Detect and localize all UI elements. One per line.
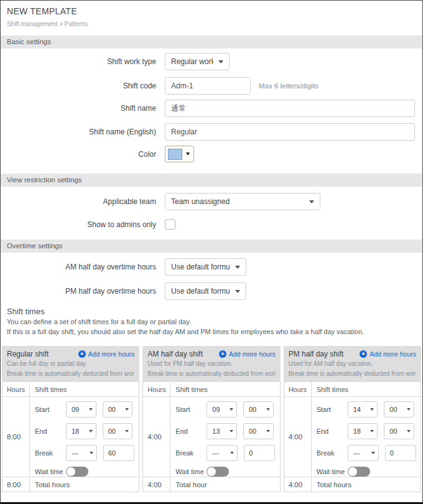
start-label: Start	[35, 406, 66, 413]
caret-down-icon	[371, 452, 375, 454]
regular-shift-desc-2: Break time is automatically deducted fro…	[7, 370, 134, 378]
shift-code-input[interactable]	[165, 77, 251, 95]
caret-down-icon	[407, 408, 411, 411]
show-to-admins-label: Show to admins only	[1, 220, 156, 229]
pm-overtime-row: PM half day overtime hours Use default f…	[1, 282, 422, 300]
regular-break-minutes-input[interactable]	[103, 445, 134, 461]
caret-down-icon	[125, 430, 129, 432]
hours-column-header: Hours	[284, 382, 312, 396]
regular-end-minute-select[interactable]: 00	[103, 423, 133, 439]
caret-down-icon	[407, 430, 411, 432]
am-shift-table: Hours Shift times 4:00 Start 09	[142, 382, 280, 492]
regular-shift-title: Regular shift	[7, 350, 49, 358]
am-start-hour-value: 09	[212, 406, 228, 413]
caret-down-icon	[125, 408, 129, 411]
pm-end-minute-select[interactable]: 00	[384, 423, 414, 439]
applicable-team-select[interactable]: Team unassigned	[165, 193, 320, 210]
shift-name-label: Shift name	[1, 104, 156, 113]
am-break-select[interactable]: ---	[207, 445, 238, 461]
wait-time-label: Wait time	[35, 468, 66, 475]
section-overtime: Overtime settings	[1, 240, 422, 253]
wait-time-label: Wait time	[317, 468, 348, 475]
shift-work-type-select[interactable]: Regular work	[165, 53, 230, 70]
show-to-admins-checkbox[interactable]	[165, 219, 175, 230]
pm-end-hour-select[interactable]: 18	[348, 423, 378, 439]
add-more-hours-link[interactable]: + Add more hours	[219, 350, 276, 358]
pm-wait-time-toggle[interactable]	[348, 467, 370, 477]
shift-code-label: Shift code	[1, 82, 156, 90]
end-label: End	[317, 427, 348, 435]
regular-end-minute-value: 00	[108, 427, 124, 435]
end-label: End	[175, 427, 207, 435]
am-overtime-row: AM half day overtime hours Use default f…	[1, 258, 422, 276]
shift-name-english-label: Shift name (English)	[1, 128, 156, 136]
pm-start-hour-value: 14	[353, 406, 369, 413]
pm-shift-hours-value: 4:00	[284, 397, 312, 477]
add-more-hours-label: Add more hours	[229, 350, 276, 358]
caret-down-icon	[89, 408, 93, 411]
pm-start-minute-select[interactable]: 00	[384, 401, 414, 418]
caret-down-icon	[218, 60, 223, 63]
break-label: Break	[35, 449, 66, 457]
add-more-hours-label: Add more hours	[370, 350, 416, 358]
pm-shift-desc-1: Used for AM half day vacation.	[289, 360, 416, 368]
end-label: End	[35, 427, 66, 435]
am-end-minute-select[interactable]: 00	[243, 423, 274, 439]
applicable-team-label: Applicable team	[1, 197, 156, 206]
pm-total-hours-label: Total hours	[312, 477, 421, 492]
pm-shift-desc-2: Break time is automatically deducted fro…	[289, 370, 416, 378]
pm-break-minutes-input[interactable]	[385, 445, 416, 461]
shift-work-type-value: Regular work	[171, 57, 213, 66]
color-swatch	[168, 149, 182, 160]
regular-start-hour-select[interactable]: 09	[66, 401, 96, 418]
pm-overtime-select[interactable]: Use default formula	[165, 282, 246, 300]
shift-work-type-label: Shift work type	[1, 57, 156, 66]
page-title: NEW TEMPLATE	[7, 6, 416, 16]
pm-start-hour-select[interactable]: 14	[348, 401, 378, 418]
regular-shift-column: Regular shift + Add more hours Can be fu…	[2, 346, 139, 492]
section-basic-settings: Basic settings	[1, 35, 422, 49]
caret-down-icon	[230, 452, 234, 454]
pm-overtime-value: Use default formula	[171, 287, 230, 296]
am-overtime-select[interactable]: Use default formula	[165, 258, 246, 276]
shift-work-type-row: Shift work type Regular work	[1, 53, 422, 70]
pm-break-select[interactable]: ---	[348, 445, 379, 461]
shift-times-columns: Regular shift + Add more hours Can be fu…	[1, 346, 422, 492]
am-start-minute-select[interactable]: 00	[243, 401, 274, 418]
regular-break-select[interactable]: ---	[66, 445, 97, 461]
shift-name-english-input[interactable]	[165, 123, 415, 141]
regular-end-hour-select[interactable]: 18	[66, 423, 96, 439]
am-wait-time-toggle[interactable]	[207, 467, 229, 477]
shift-name-english-row: Shift name (English)	[1, 123, 422, 141]
add-more-hours-link[interactable]: + Add more hours	[78, 350, 135, 358]
shift-name-input[interactable]	[165, 100, 415, 117]
new-template-page: NEW TEMPLATE Shift management > Patterns…	[0, 0, 423, 504]
color-row: Color	[1, 146, 422, 162]
am-break-minutes-input[interactable]	[244, 445, 275, 461]
shift-times-description-1: You can define a set of shift times for …	[7, 317, 416, 326]
hours-column-header: Hours	[143, 382, 170, 396]
regular-wait-time-toggle[interactable]	[66, 467, 88, 477]
caret-down-icon	[186, 152, 190, 156]
page-header: NEW TEMPLATE Shift management > Patterns	[1, 1, 422, 27]
break-label: Break	[175, 449, 207, 457]
add-more-hours-link[interactable]: + Add more hours	[360, 350, 416, 358]
regular-end-hour-value: 18	[72, 427, 87, 435]
regular-start-hour-value: 09	[72, 406, 87, 413]
toggle-knob	[207, 467, 216, 476]
caret-down-icon	[230, 430, 233, 432]
color-picker-button[interactable]	[165, 146, 194, 162]
am-start-hour-select[interactable]: 09	[207, 401, 237, 418]
regular-start-minute-select[interactable]: 00	[103, 401, 133, 418]
am-end-hour-select[interactable]: 13	[207, 423, 237, 439]
plus-circle-icon: +	[78, 350, 86, 358]
am-start-minute-value: 00	[249, 406, 264, 413]
show-to-admins-row: Show to admins only	[1, 219, 422, 230]
plus-circle-icon: +	[360, 350, 367, 358]
shift-code-row: Shift code Max 6 letters/digits	[1, 77, 422, 95]
caret-down-icon	[89, 430, 93, 432]
plus-circle-icon: +	[219, 350, 226, 358]
shift-code-hint: Max 6 letters/digits	[259, 82, 318, 90]
regular-break-select-value: ---	[72, 449, 88, 457]
pm-end-hour-value: 18	[353, 427, 369, 435]
